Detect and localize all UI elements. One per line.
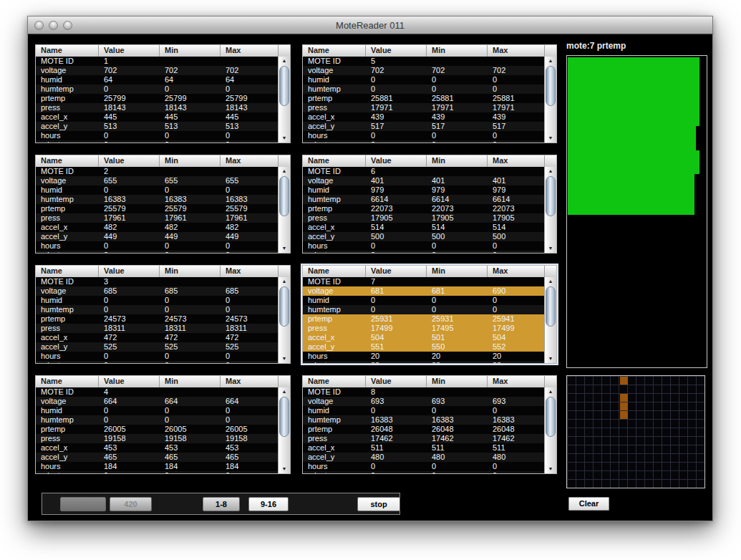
- table-row-accel_y[interactable]: accel_y513513513: [36, 122, 278, 131]
- table-row-accel_x[interactable]: accel_x472472472: [36, 333, 278, 342]
- table-row-press[interactable]: press179711797117971: [303, 103, 544, 112]
- column-header-value[interactable]: Value: [99, 45, 160, 57]
- column-header-max[interactable]: Max: [488, 376, 544, 387]
- table-row-humtemp[interactable]: humtemp000: [36, 305, 278, 314]
- mote-table-8[interactable]: NameValueMinMaxMOTE ID8voltage693693693h…: [302, 375, 557, 474]
- scroll-down-icon[interactable]: ▼: [279, 134, 290, 143]
- table-row-humid[interactable]: humid000: [303, 75, 544, 85]
- column-header-value[interactable]: Value: [99, 376, 160, 387]
- table-row-hours[interactable]: hours000: [36, 241, 278, 251]
- table-row-prtemp[interactable]: prtemp260052600526005: [36, 425, 278, 434]
- table-row-prtemp[interactable]: prtemp245732457324573: [36, 314, 278, 324]
- column-header-value[interactable]: Value: [99, 155, 160, 167]
- scrollbar[interactable]: ▲▼: [544, 167, 556, 253]
- scrollbar-thumb[interactable]: [279, 397, 289, 437]
- scrollbar-thumb[interactable]: [279, 176, 289, 216]
- scrollbar[interactable]: ▲▼: [544, 57, 556, 143]
- table-row-humid[interactable]: humid979979979: [303, 185, 544, 195]
- table-row-minutes[interactable]: minutes000: [36, 471, 278, 473]
- scrollbar-thumb[interactable]: [279, 66, 289, 106]
- table-row-minutes[interactable]: minutes000: [36, 361, 278, 363]
- table-row-voltage[interactable]: voltage401401401: [303, 176, 544, 185]
- column-header-name[interactable]: Name: [36, 376, 99, 387]
- minimize-button[interactable]: [49, 21, 58, 30]
- table-row-humtemp[interactable]: humtemp000: [303, 305, 544, 314]
- table-row-humid[interactable]: humid000: [303, 296, 544, 305]
- table-row-minutes[interactable]: minutes000: [303, 471, 544, 473]
- table-row-humid[interactable]: humid000: [36, 185, 278, 195]
- column-header-min[interactable]: Min: [160, 155, 221, 167]
- clear-button[interactable]: Clear: [568, 497, 609, 511]
- grid-cell-highlight[interactable]: [620, 402, 628, 410]
- scrollbar[interactable]: ▲▼: [278, 277, 290, 363]
- table-row-humtemp[interactable]: humtemp000: [36, 415, 278, 425]
- close-button[interactable]: [34, 21, 44, 30]
- scrollbar-thumb[interactable]: [546, 286, 556, 327]
- scroll-up-icon[interactable]: ▲: [279, 277, 290, 286]
- scroll-up-icon[interactable]: ▲: [545, 387, 556, 396]
- table-row-humid[interactable]: humid000: [36, 406, 278, 415]
- scrollbar-thumb[interactable]: [279, 286, 289, 327]
- column-header-value[interactable]: Value: [366, 266, 427, 277]
- table-row-prtemp[interactable]: prtemp259312593125941: [303, 314, 544, 324]
- table-row-accel_y[interactable]: accel_y525525525: [36, 342, 278, 352]
- table-row-mote-id[interactable]: MOTE ID5: [303, 57, 544, 66]
- column-header-value[interactable]: Value: [366, 376, 427, 387]
- mote-table-6[interactable]: NameValueMinMaxMOTE ID6voltage401401401h…: [302, 155, 557, 254]
- table-row-accel_x[interactable]: accel_x445445445: [36, 112, 278, 122]
- zoom-button[interactable]: [63, 21, 72, 30]
- table-row-humtemp[interactable]: humtemp163831638316383: [36, 195, 278, 204]
- title-bar[interactable]: MoteReader 011: [27, 16, 713, 34]
- scroll-up-icon[interactable]: ▲: [279, 387, 290, 396]
- table-row-press[interactable]: press191581915819158: [36, 434, 278, 443]
- column-header-name[interactable]: Name: [36, 266, 99, 277]
- table-row-minutes[interactable]: minutes000: [36, 140, 278, 143]
- scrollbar[interactable]: ▲▼: [544, 277, 556, 363]
- mote-table-7[interactable]: NameValueMinMaxMOTE ID7voltage681681690h…: [302, 265, 557, 364]
- table-row-hours[interactable]: hours202020: [303, 352, 544, 361]
- table-row-minutes[interactable]: minutes383838: [303, 361, 544, 363]
- column-header-name[interactable]: Name: [303, 376, 366, 387]
- table-row-voltage[interactable]: voltage664664664: [36, 397, 278, 406]
- mote-table-4[interactable]: NameValueMinMaxMOTE ID4voltage664664664h…: [35, 375, 291, 474]
- table-row-prtemp[interactable]: prtemp220732207322073: [303, 204, 544, 213]
- table-row-hours[interactable]: hours000: [303, 131, 544, 140]
- grid-cell-highlight[interactable]: [620, 377, 628, 385]
- table-row-prtemp[interactable]: prtemp258812588125881: [303, 94, 544, 103]
- column-header-value[interactable]: Value: [366, 45, 427, 57]
- column-header-name[interactable]: Name: [36, 45, 99, 57]
- table-row-humid[interactable]: humid000: [36, 296, 278, 305]
- scrollbar[interactable]: ▲▼: [278, 167, 290, 253]
- scrollbar[interactable]: ▲▼: [544, 387, 556, 473]
- mote-table-1[interactable]: NameValueMinMaxMOTE ID1voltage702702702h…: [35, 44, 291, 143]
- scroll-down-icon[interactable]: ▼: [279, 465, 290, 473]
- scroll-down-icon[interactable]: ▼: [545, 465, 556, 473]
- table-row-humtemp[interactable]: humtemp000: [36, 85, 278, 94]
- table-row-mote-id[interactable]: MOTE ID1: [36, 57, 278, 66]
- table-row-press[interactable]: press179051790517905: [303, 213, 544, 223]
- column-header-max[interactable]: Max: [488, 155, 544, 167]
- table-row-minutes[interactable]: minutes000: [303, 140, 544, 143]
- scrollbar-thumb[interactable]: [546, 176, 556, 216]
- table-row-accel_y[interactable]: accel_y465465465: [36, 453, 278, 462]
- table-row-press[interactable]: press174991749517499: [303, 324, 544, 333]
- table-row-press[interactable]: press179611796117961: [36, 213, 278, 223]
- scroll-up-icon[interactable]: ▲: [279, 167, 290, 175]
- column-header-min[interactable]: Min: [427, 155, 488, 167]
- table-row-humid[interactable]: humid000: [303, 406, 544, 415]
- table-row-voltage[interactable]: voltage685685685: [36, 286, 278, 296]
- table-row-mote-id[interactable]: MOTE ID8: [303, 387, 544, 397]
- column-header-min[interactable]: Min: [427, 266, 488, 277]
- table-row-press[interactable]: press174621746217462: [303, 434, 544, 443]
- table-row-accel_y[interactable]: accel_y500500500: [303, 232, 544, 241]
- column-header-min[interactable]: Min: [160, 376, 221, 387]
- column-header-min[interactable]: Min: [427, 376, 488, 387]
- scrollbar-thumb[interactable]: [546, 397, 556, 437]
- table-row-voltage[interactable]: voltage693693693: [303, 397, 544, 406]
- table-row-accel_y[interactable]: accel_y449449449: [36, 232, 278, 241]
- table-row-prtemp[interactable]: prtemp257992579925799: [36, 94, 278, 103]
- column-header-min[interactable]: Min: [427, 45, 488, 57]
- mote-table-2[interactable]: NameValueMinMaxMOTE ID2voltage655655655h…: [35, 155, 291, 254]
- column-header-name[interactable]: Name: [303, 266, 366, 277]
- table-row-hours[interactable]: hours000: [303, 462, 544, 471]
